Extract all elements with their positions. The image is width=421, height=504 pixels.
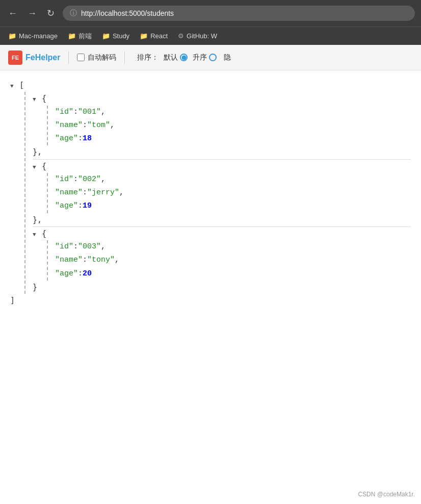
fehelper-logo-text: FeHelper: [25, 53, 60, 62]
item-1-body: "id" : "002" , "name" : "jerry" , "age" …: [47, 173, 411, 213]
fehelper-logo-icon: FE: [8, 51, 22, 65]
json-content: ▼ [ ▼ { "id" : "001" , "name" : "tom": [0, 70, 421, 348]
back-button[interactable]: ←: [6, 6, 19, 21]
item-2-block: ▼ { "id" : "003" , "name" : "tony" , "ag…: [33, 227, 411, 294]
sort-default-option[interactable]: 默认: [164, 53, 188, 62]
item-1-age: "age" : 19: [55, 199, 411, 213]
item-1-id: "id" : "002" ,: [55, 173, 411, 186]
sort-asc-option[interactable]: 升序: [193, 53, 217, 62]
sort-asc-radio[interactable]: [209, 54, 217, 61]
forward-button[interactable]: →: [25, 6, 39, 21]
auto-decode-label[interactable]: 自动解码: [77, 53, 116, 62]
fehelper-toolbar: FE FeHelper 自动解码 排序： 默认 升序 隐: [0, 45, 421, 70]
folder-icon: 📁: [8, 32, 16, 40]
item-0-close: },: [33, 145, 411, 159]
github-icon: ⚙: [178, 32, 184, 40]
item-0-arrow[interactable]: ▼: [33, 95, 42, 105]
auto-decode-checkbox[interactable]: [77, 54, 85, 61]
bookmark-label: React: [150, 32, 168, 40]
toolbar-divider2: [124, 52, 125, 64]
item-0-id: "id" : "001" ,: [55, 106, 411, 119]
bookmark-github[interactable]: ⚙ GitHub: W: [174, 30, 221, 42]
bookmark-label: Study: [113, 32, 129, 40]
root-close-bracket: ]: [10, 294, 411, 307]
item-2-open: ▼ {: [33, 227, 411, 240]
root-open: [: [19, 79, 24, 92]
sort-section: 排序： 默认 升序 隐: [137, 53, 231, 62]
reload-button[interactable]: ↻: [45, 6, 57, 21]
root-array-body: ▼ { "id" : "001" , "name" : "tom" , "age…: [24, 92, 411, 294]
item-2-close: }: [33, 281, 411, 294]
item-2-age: "age" : 20: [55, 267, 411, 281]
root-arrow[interactable]: ▼: [10, 82, 19, 91]
bookmark-react[interactable]: 📁 React: [136, 30, 172, 42]
browser-nav: ← → ↻ ⓘ http://localhost:5000/students: [0, 0, 421, 27]
folder-icon: 📁: [140, 32, 148, 40]
info-icon: ⓘ: [70, 9, 77, 18]
item-1-close: },: [33, 213, 411, 226]
bookmark-mac-manage[interactable]: 📁 Mac-manage: [4, 30, 62, 42]
folder-icon: 📁: [102, 32, 110, 40]
item-1-name: "name" : "jerry" ,: [55, 186, 411, 199]
item-0-block: ▼ { "id" : "001" , "name" : "tom" , "age…: [33, 92, 411, 159]
bookmark-study[interactable]: 📁 Study: [98, 30, 134, 42]
folder-icon: 📁: [68, 32, 76, 40]
bookmark-label: Mac-manage: [19, 32, 58, 40]
item-2-arrow[interactable]: ▼: [33, 230, 42, 240]
address-bar[interactable]: ⓘ http://localhost:5000/students: [63, 6, 415, 21]
root-open-bracket: ▼ [: [10, 79, 411, 92]
item-0-age: "age" : 18: [55, 132, 411, 145]
item-0-body: "id" : "001" , "name" : "tom" , "age" : …: [47, 106, 411, 146]
sort-default-radio[interactable]: [180, 54, 188, 61]
bookmarks-bar: 📁 Mac-manage 📁 前端 📁 Study 📁 React ⚙ GitH…: [0, 27, 421, 45]
toolbar-divider: [68, 52, 69, 64]
item-1-block: ▼ { "id" : "002" , "name" : "jerry" , "a…: [33, 160, 411, 226]
item-1-arrow[interactable]: ▼: [33, 163, 42, 172]
watermark: CSDN @codeMak1r.: [358, 491, 415, 498]
bookmark-label: GitHub: W: [187, 32, 217, 40]
item-0-name: "name" : "tom" ,: [55, 119, 411, 132]
sort-options: 默认 升序 隐: [164, 53, 231, 62]
item-1-open: ▼ {: [33, 160, 411, 173]
sort-label: 排序：: [137, 53, 159, 62]
item-0-open: ▼ {: [33, 92, 411, 105]
bookmark-qianduan[interactable]: 📁 前端: [64, 30, 96, 43]
item-2-name: "name" : "tony" ,: [55, 254, 411, 267]
item-2-body: "id" : "003" , "name" : "tony" , "age" :…: [47, 240, 411, 281]
sort-hide-label: 隐: [224, 53, 231, 62]
bookmark-label: 前端: [78, 32, 92, 41]
item-2-id: "id" : "003" ,: [55, 240, 411, 254]
fehelper-logo: FE FeHelper: [8, 51, 60, 65]
url-text: http://localhost:5000/students: [81, 9, 174, 17]
